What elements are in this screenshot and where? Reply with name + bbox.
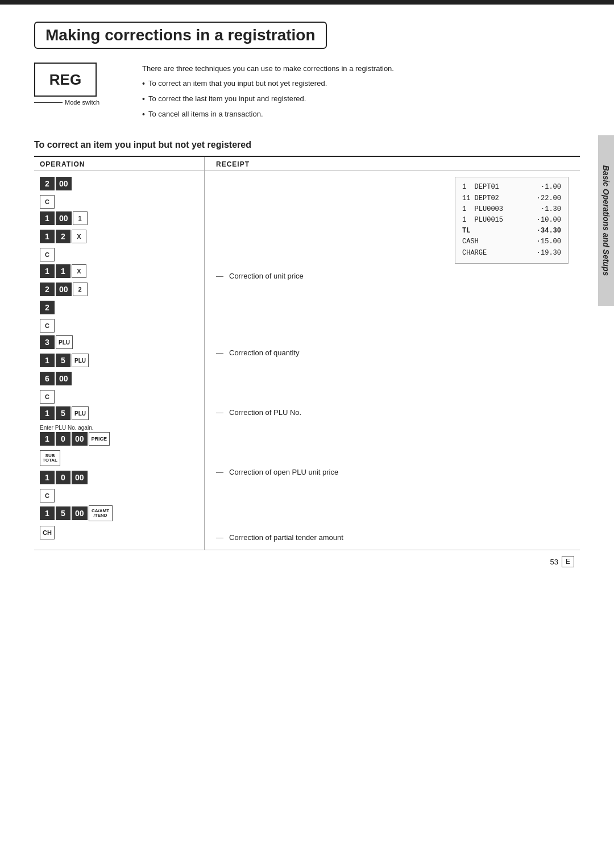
receipt-col1-1: 1 DEPT01: [462, 182, 499, 193]
receipt-col1-3: 1 PLU0003: [462, 204, 503, 215]
mode-switch-label: Mode switch: [34, 99, 125, 106]
key-row-c4: C: [40, 390, 198, 404]
receipt-row-charge: CHARGE ·19.30: [462, 248, 561, 259]
key-c4: C: [40, 390, 55, 404]
key-row-c3: C: [40, 319, 198, 333]
key-subtotal: SUB TOTAL: [40, 450, 60, 466]
key-row-1000price: 1 0 00 PRICE: [40, 432, 198, 446]
key-00-7: 00: [72, 506, 88, 520]
op-header-label: OPERATION: [40, 158, 85, 171]
key-1-c: 1: [40, 264, 55, 278]
key-dept2: 2: [73, 283, 88, 296]
key-5-c: 5: [56, 506, 70, 520]
receipt-col2-tl: ·34.30: [537, 226, 561, 236]
bullet-dot-1: •: [142, 77, 145, 91]
key-row-200-2: 2 00 2: [40, 283, 198, 296]
correction-unit-price-label: Correction of unit price: [229, 272, 304, 280]
bullet-text-3: To cancel all items in a transaction.: [148, 108, 263, 121]
key-c1: C: [40, 195, 55, 209]
key-0-a: 0: [56, 432, 70, 446]
key-00-5: 00: [72, 432, 88, 446]
key-2-b: 2: [56, 230, 70, 243]
key-1-g: 1: [40, 432, 55, 446]
key-0-b: 0: [56, 471, 70, 484]
correction-plu-label: Correction of PLU No.: [229, 408, 301, 417]
receipt-box: 1 DEPT01 ·1.00 11 DEPT02 ·22.00 1 PLU000…: [455, 177, 569, 263]
key-row-1000: 1 0 00: [40, 471, 198, 484]
key-row-3plu: 3 PLU: [40, 335, 198, 349]
page-num: 53: [550, 558, 558, 566]
bullet-dot-3: •: [142, 108, 145, 122]
key-dept1: 1: [73, 211, 88, 225]
enter-plu-label: Enter PLU No. again.: [40, 425, 198, 431]
key-00-1: 00: [56, 177, 72, 190]
receipt-col2-charge: ·19.30: [537, 248, 561, 259]
page-number-area: 53 E: [550, 556, 574, 567]
receipt-row-3: 1 PLU0003 ·1.30: [462, 204, 561, 215]
key-1-f: 1: [40, 406, 55, 420]
key-row-600: 6 00: [40, 372, 198, 385]
key-2-d: 2: [40, 301, 55, 314]
receipt-col1-4: 1 PLU0015: [462, 215, 503, 226]
correction-open-plu-row: — Correction of open PLU unit price: [216, 468, 569, 476]
key-ca-amt-tend: CA/AMT /TEND: [89, 505, 113, 521]
reg-box: REG: [34, 63, 97, 97]
description-intro: There are three techniques you can use t…: [142, 63, 580, 75]
key-1-i: 1: [40, 506, 55, 520]
correction-open-plu-label: Correction of open PLU unit price: [229, 468, 338, 476]
key-1-a: 1: [40, 211, 55, 225]
key-2: 2: [40, 177, 55, 190]
key-row-c2: C: [40, 248, 198, 261]
key-3: 3: [40, 335, 55, 349]
mode-switch-text: Mode switch: [65, 99, 99, 106]
key-plu2: PLU: [72, 354, 89, 367]
reg-label: REG: [49, 71, 81, 89]
receipt-col1-charge: CHARGE: [462, 248, 487, 259]
key-x2: X: [72, 264, 86, 278]
key-price: PRICE: [89, 432, 110, 446]
key-5-a: 5: [56, 354, 70, 367]
receipt-box-container: 1 DEPT01 ·1.00 11 DEPT02 ·22.00 1 PLU000…: [216, 177, 569, 263]
receipt-header-cell: RECEIPT: [205, 157, 580, 171]
key-row-12x: 1 2 X: [40, 230, 198, 243]
key-1-e: 1: [40, 354, 55, 367]
key-c2: C: [40, 248, 55, 261]
key-row-2-standalone: 2: [40, 301, 198, 314]
key-row-ch: CH: [40, 526, 198, 539]
receipt-row-1: 1 DEPT01 ·1.00: [462, 182, 561, 193]
receipt-col2-4: ·10.00: [537, 215, 561, 226]
key-row-100-1: 1 00 1: [40, 211, 198, 225]
reg-section: REG Mode switch There are three techniqu…: [34, 63, 580, 123]
key-row-c1: C: [40, 195, 198, 209]
table-header: OPERATION RECEIPT: [34, 156, 580, 171]
key-1-h: 1: [40, 471, 55, 484]
receipt-row-cash: CASH ·15.00: [462, 236, 561, 247]
bullet-text-2: To correct the last item you input and r…: [148, 93, 306, 105]
receipt-col2-2: ·22.00: [537, 193, 561, 204]
key-6: 6: [40, 372, 55, 385]
section-title: To correct an item you input but not yet…: [34, 140, 580, 150]
page-num-suffix: E: [562, 556, 574, 567]
sidebar-tab: Basic Operations and Setups: [598, 135, 614, 306]
bullet-dot-2: •: [142, 93, 145, 106]
correction-plu-row: — Correction of PLU No.: [216, 408, 569, 417]
correction-labels: — Correction of unit price — Correction …: [216, 272, 569, 542]
key-1-b: 1: [40, 230, 55, 243]
correction-quantity-row: — Correction of quantity: [216, 348, 569, 357]
key-x1: X: [72, 230, 86, 243]
correction-quantity-label: Correction of quantity: [229, 348, 300, 357]
receipt-row-2: 11 DEPT02 ·22.00: [462, 193, 561, 204]
receipt-col1-2: 11 DEPT02: [462, 193, 499, 204]
key-row-1500ca: 1 5 00 CA/AMT /TEND: [40, 505, 198, 521]
receipt-row-4: 1 PLU0015 ·10.00: [462, 215, 561, 226]
bullet-2: • To correct the last item you input and…: [142, 93, 580, 106]
bullet-text-1: To correct an item that you input but no…: [148, 77, 327, 90]
reg-description: There are three techniques you can use t…: [142, 63, 580, 123]
receipt-header-label: RECEIPT: [216, 158, 250, 171]
receipt-col2-cash: ·15.00: [537, 236, 561, 247]
key-00-3: 00: [56, 283, 72, 296]
receipt-col2-1: ·1.00: [541, 182, 561, 193]
key-ch: CH: [40, 526, 55, 539]
key-row-11x: 1 1 X: [40, 264, 198, 278]
bullet-3: • To cancel all items in a transaction.: [142, 108, 580, 122]
